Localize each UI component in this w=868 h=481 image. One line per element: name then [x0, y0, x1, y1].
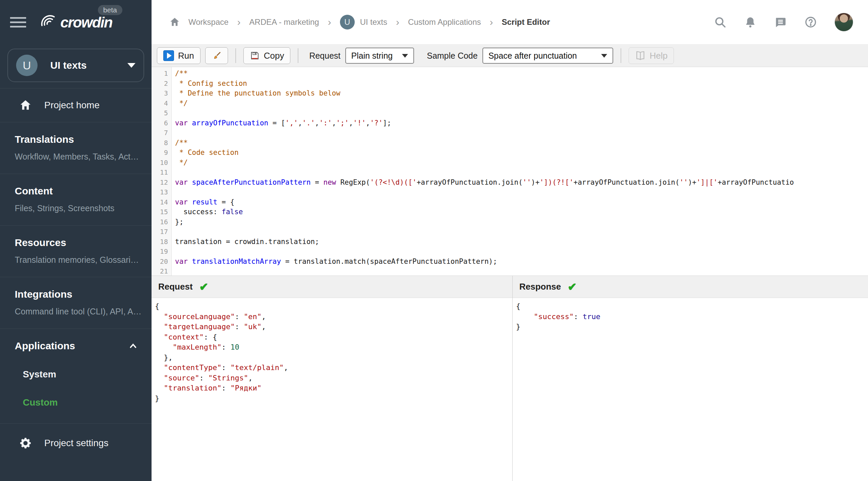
- code-line: [175, 168, 868, 178]
- main-area: Workspace › ARDEA - marketing › U UI tex…: [152, 0, 868, 481]
- home-icon[interactable]: [169, 17, 180, 28]
- line-number: 13: [152, 187, 171, 197]
- sidebar-header: crowdin beta: [0, 0, 152, 44]
- crowdin-logo[interactable]: crowdin beta: [38, 14, 112, 31]
- section-title: Translations: [15, 134, 142, 145]
- line-number: 3: [152, 89, 171, 99]
- code-line: "contentType": "text/plain",: [155, 363, 512, 373]
- code-line: "translation": "Рядки": [155, 383, 512, 393]
- sidebar-item-content[interactable]: Content Files, Strings, Screenshots: [0, 174, 152, 225]
- success-check-icon: ✔: [567, 281, 577, 293]
- breadcrumb: Workspace › ARDEA - marketing › U UI tex…: [169, 15, 714, 30]
- line-number: 1: [152, 69, 171, 79]
- project-selector[interactable]: U UI texts: [7, 49, 144, 82]
- request-type-value: Plain string: [351, 51, 393, 61]
- sidebar-item-resources[interactable]: Resources Translation memories, Glossari…: [0, 226, 152, 277]
- sidebar-item-project-home[interactable]: Project home: [0, 89, 152, 122]
- code-line: /**: [175, 69, 868, 79]
- toolbar-separator: [621, 48, 621, 63]
- notifications-bell-icon[interactable]: [744, 16, 757, 29]
- code-line: [175, 247, 868, 257]
- response-json-viewer: { "success": true}: [513, 298, 868, 481]
- line-number: 9: [152, 148, 171, 158]
- breadcrumb-custom-applications[interactable]: Custom Applications: [408, 18, 481, 27]
- request-type-label: Request: [309, 51, 340, 61]
- request-panel: Request ✔ { "sourceLanguage": "en", "tar…: [152, 276, 512, 481]
- section-title: Applications: [15, 340, 75, 352]
- messages-icon[interactable]: [774, 16, 787, 29]
- book-icon: [635, 50, 646, 61]
- home-icon: [19, 99, 32, 112]
- applications-header[interactable]: Applications: [15, 340, 142, 352]
- brush-icon: [212, 51, 222, 61]
- code-line: "context": {: [155, 332, 512, 343]
- section-subtitle: Command line tool (CLI), API, A…: [15, 307, 142, 316]
- code-line: */: [175, 99, 868, 108]
- breadcrumb-project[interactable]: U UI texts: [340, 15, 387, 30]
- save-floppy-icon: [250, 51, 260, 61]
- logo-text: crowdin: [60, 14, 112, 31]
- code-line: var arrayOfPunctuation = [',','.',':',';…: [175, 118, 868, 128]
- response-title: Response: [519, 282, 561, 292]
- search-icon[interactable]: [714, 16, 726, 29]
- format-brush-button[interactable]: [205, 47, 228, 64]
- breadcrumb-separator: ›: [396, 17, 399, 28]
- sidebar-item-integrations[interactable]: Integrations Command line tool (CLI), AP…: [0, 277, 152, 328]
- sidebar-item-project-settings[interactable]: Project settings: [0, 426, 152, 460]
- sidebar-item-system[interactable]: System: [23, 369, 142, 380]
- breadcrumb-separator: ›: [237, 17, 241, 28]
- line-number: 19: [152, 247, 171, 257]
- line-number: 14: [152, 197, 171, 207]
- code-area[interactable]: /** * Config section * Define the punctu…: [172, 67, 868, 276]
- chevron-down-icon: [402, 54, 408, 58]
- code-line: success: false: [175, 207, 868, 217]
- code-line: * Code section: [175, 148, 868, 158]
- code-line: * Config section: [175, 79, 868, 89]
- sidebar-item-custom[interactable]: Custom: [23, 397, 142, 408]
- request-title: Request: [158, 282, 193, 292]
- help-button[interactable]: Help: [629, 47, 674, 64]
- code-line: "success": true: [516, 312, 868, 322]
- beta-badge: beta: [98, 5, 122, 15]
- breadcrumb-workspace[interactable]: Workspace: [188, 18, 229, 27]
- code-line: var spaceAfterPunctuationPattern = new R…: [175, 178, 868, 188]
- code-line: }: [516, 322, 868, 332]
- line-number: 15: [152, 207, 171, 217]
- sidebar-item-applications: Applications System Custom: [0, 329, 152, 423]
- line-number: 18: [152, 237, 171, 247]
- code-line: [175, 128, 868, 138]
- response-panel-header: Response ✔: [513, 276, 868, 298]
- breadcrumb-project-group[interactable]: ARDEA - marketing: [249, 18, 319, 27]
- section-subtitle: Files, Strings, Screenshots: [15, 203, 142, 213]
- line-number: 21: [152, 266, 171, 276]
- sidebar-item-label: Project home: [44, 100, 100, 110]
- code-editor[interactable]: 123456789101112131415161718192021 /** * …: [152, 67, 868, 276]
- hamburger-menu-icon[interactable]: [10, 14, 26, 30]
- response-panel: Response ✔ { "success": true}: [512, 276, 868, 481]
- sidebar: crowdin beta U UI texts Project home Tra…: [0, 0, 152, 481]
- copy-button[interactable]: Copy: [243, 47, 291, 64]
- code-line: * Define the punctuation symbols below: [175, 89, 868, 99]
- help-icon[interactable]: [804, 16, 817, 29]
- code-line: translation = crowdin.translation;: [175, 237, 868, 247]
- request-json-editor[interactable]: { "sourceLanguage": "en", "targetLanguag…: [152, 298, 512, 481]
- copy-label: Copy: [264, 51, 284, 61]
- chevron-down-icon: [127, 63, 135, 68]
- code-line: /**: [175, 138, 868, 148]
- sidebar-item-translations[interactable]: Translations Workflow, Members, Tasks, A…: [0, 122, 152, 173]
- run-play-icon: [163, 50, 174, 61]
- section-title: Content: [15, 185, 142, 197]
- user-avatar[interactable]: [835, 13, 853, 32]
- code-line: "source": "Strings",: [155, 373, 512, 383]
- sidebar-item-label: Project settings: [44, 438, 108, 448]
- project-avatar: U: [340, 15, 355, 30]
- section-title: Resources: [15, 237, 142, 248]
- request-type-select[interactable]: Plain string: [345, 47, 414, 64]
- breadcrumb-label: UI texts: [360, 18, 387, 27]
- run-button[interactable]: Run: [157, 47, 200, 64]
- gear-icon: [19, 437, 32, 450]
- toolbar-separator: [235, 48, 236, 63]
- toolbar-separator: [298, 48, 299, 63]
- sample-code-select[interactable]: Space after punctuation: [483, 47, 613, 64]
- line-number: 4: [152, 99, 171, 108]
